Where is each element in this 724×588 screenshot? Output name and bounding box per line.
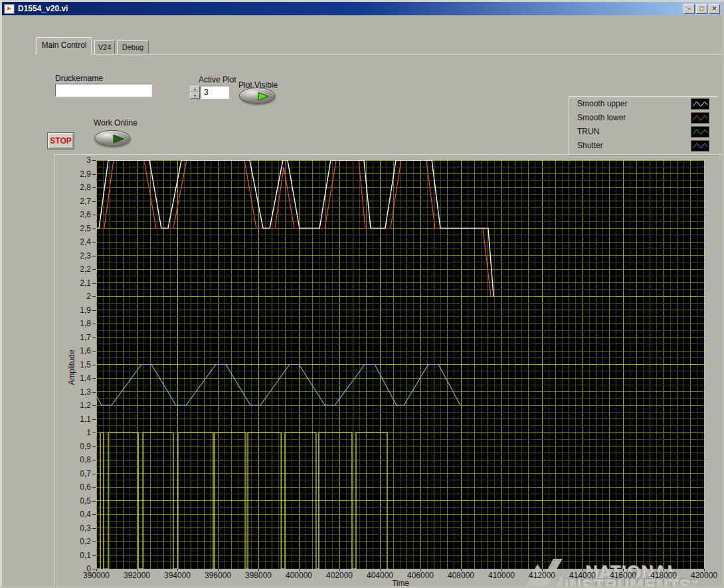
window-title: D1554_v20.vi xyxy=(18,4,683,13)
legend-label: Smooth upper xyxy=(577,99,627,108)
x-tick-label: 400000 xyxy=(281,571,317,580)
legend-swatch xyxy=(691,140,709,151)
y-tick-mark xyxy=(92,174,96,175)
x-tick-mark xyxy=(420,569,421,571)
y-tick-label: 0,3 xyxy=(64,524,91,532)
plot-legend: Smooth upper Smooth lower TRUN Shutter xyxy=(569,96,719,155)
y-tick-label: 2,5 xyxy=(64,225,91,233)
y-tick-mark xyxy=(92,201,96,202)
legend-item-shutter[interactable]: Shutter xyxy=(569,139,719,153)
legend-label: TRUN xyxy=(577,127,599,136)
x-tick-label: 398000 xyxy=(240,571,276,580)
x-tick-label: 412000 xyxy=(524,571,560,580)
plot-area[interactable] xyxy=(96,160,704,569)
tab-panel-edge xyxy=(35,54,722,54)
y-tick-mark xyxy=(92,392,96,393)
active-plot-stepper: ▲ ▼ xyxy=(190,86,200,99)
y-tick-label: 2,8 xyxy=(64,183,91,191)
tab-main-control[interactable]: Main Control xyxy=(36,37,92,54)
y-tick-mark xyxy=(92,541,96,542)
plot-visible-toggle[interactable] xyxy=(239,88,275,104)
x-tick-label: 416000 xyxy=(605,571,641,580)
y-tick-mark xyxy=(92,501,96,502)
work-online-toggle[interactable] xyxy=(94,130,130,146)
vi-arrow-glyph: ▶ xyxy=(7,6,11,11)
y-tick-mark xyxy=(92,338,96,338)
legend-item-smooth-upper[interactable]: Smooth upper xyxy=(569,97,719,111)
titlebar[interactable]: ▶ D1554_v20.vi – □ ✕ xyxy=(2,2,722,15)
y-tick-mark xyxy=(92,215,96,215)
y-tick-mark xyxy=(92,296,96,297)
y-tick-label: 1,1 xyxy=(64,415,91,423)
led-arrow-icon xyxy=(257,92,270,101)
y-tick-mark xyxy=(92,160,96,161)
maximize-icon[interactable]: □ xyxy=(696,4,707,14)
y-tick-mark xyxy=(92,569,96,569)
tab-v24[interactable]: V24 xyxy=(94,40,115,54)
x-tick-label: 392000 xyxy=(119,571,155,580)
y-tick-label: 2,6 xyxy=(64,211,91,219)
y-tick-mark xyxy=(92,256,96,256)
y-tick-mark xyxy=(92,310,96,311)
y-tick-mark xyxy=(92,446,96,447)
increment-icon[interactable]: ▲ xyxy=(190,86,200,92)
x-tick-mark xyxy=(461,569,462,571)
y-tick-mark xyxy=(92,378,96,379)
tab-debug[interactable]: Debug xyxy=(117,40,149,54)
y-tick-label: 0,1 xyxy=(64,551,91,559)
y-tick-mark xyxy=(92,229,96,229)
y-tick-label: 2,2 xyxy=(64,265,91,273)
y-tick-mark xyxy=(92,433,96,433)
close-icon[interactable]: ✕ xyxy=(709,4,720,14)
x-tick-label: 390000 xyxy=(78,571,114,580)
decrement-icon[interactable]: ▼ xyxy=(190,92,200,99)
y-tick-label: 1,9 xyxy=(64,306,91,314)
y-tick-label: 0,6 xyxy=(64,483,91,491)
y-axis-title: Amplitude xyxy=(67,324,76,411)
x-tick-mark xyxy=(583,569,583,571)
minimize-icon[interactable]: – xyxy=(683,4,695,14)
x-tick-mark xyxy=(704,569,705,571)
y-tick-mark xyxy=(92,460,96,460)
legend-label: Smooth lower xyxy=(577,113,626,122)
legend-label: Shutter xyxy=(577,141,603,150)
x-tick-label: 418000 xyxy=(646,571,681,580)
y-tick-label: 0,8 xyxy=(64,456,91,464)
y-tick-label: 2,3 xyxy=(64,252,91,260)
legend-swatch xyxy=(691,98,709,110)
x-tick-mark xyxy=(339,569,340,571)
y-tick-label: 2 xyxy=(64,292,91,300)
y-tick-label: 0,9 xyxy=(64,442,91,450)
y-tick-mark xyxy=(92,419,96,420)
y-tick-label: 0,5 xyxy=(64,497,91,505)
y-tick-mark xyxy=(92,187,96,188)
x-tick-label: 408000 xyxy=(443,571,479,580)
x-tick-mark xyxy=(542,569,543,571)
x-tick-label: 402000 xyxy=(321,571,357,580)
y-tick-mark xyxy=(92,555,96,556)
x-tick-mark xyxy=(501,569,502,571)
y-tick-mark xyxy=(92,528,96,529)
x-axis-title: Time xyxy=(374,579,427,588)
legend-item-trun[interactable]: TRUN xyxy=(569,125,719,139)
y-tick-mark xyxy=(92,242,96,243)
labview-vi-icon: ▶ xyxy=(4,4,15,14)
led-arrow-icon xyxy=(112,134,126,144)
y-tick-mark xyxy=(92,365,96,365)
legend-item-smooth-lower[interactable]: Smooth lower xyxy=(569,111,719,125)
x-tick-mark xyxy=(380,569,381,571)
x-tick-mark xyxy=(137,569,137,571)
tab-label: Main Control xyxy=(41,41,86,50)
stop-button[interactable]: STOP xyxy=(48,133,74,149)
x-tick-label: 420000 xyxy=(686,571,722,580)
active-plot-input[interactable] xyxy=(201,86,229,99)
active-plot-label: Active Plot xyxy=(199,75,236,84)
x-tick-label: 410000 xyxy=(484,571,519,580)
window-buttons: – □ ✕ xyxy=(683,4,720,14)
x-tick-label: 414000 xyxy=(565,571,600,580)
gridlines xyxy=(96,160,704,569)
druckername-input[interactable] xyxy=(55,84,152,97)
x-tick-mark xyxy=(299,569,300,571)
y-tick-label: 2,7 xyxy=(64,197,91,205)
legend-swatch xyxy=(691,126,709,138)
